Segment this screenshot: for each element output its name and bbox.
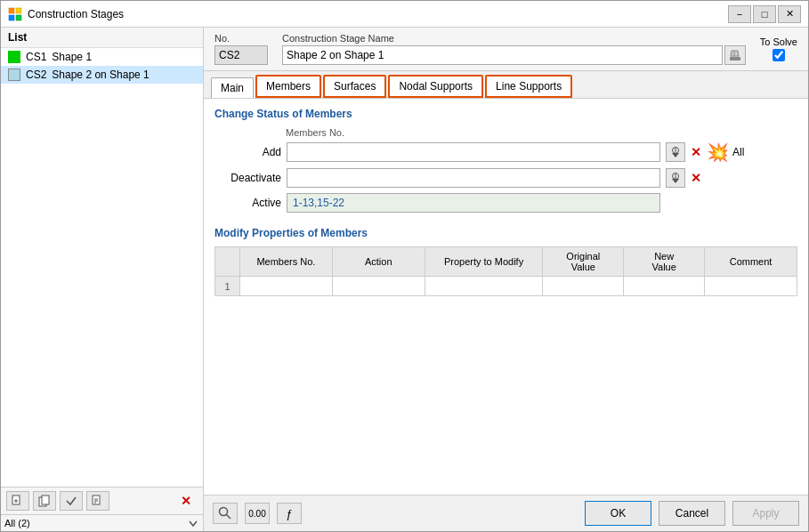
deactivate-input[interactable] xyxy=(287,168,660,188)
row-comment[interactable] xyxy=(705,277,797,296)
change-status-title: Change Status of Members xyxy=(214,108,797,120)
add-input[interactable] xyxy=(287,142,660,162)
tab-members[interactable]: Members xyxy=(255,75,321,98)
row-property[interactable] xyxy=(425,277,543,296)
active-row: Active 1-13,15-22 xyxy=(214,193,797,213)
cs2-name: Shape 2 on Shape 1 xyxy=(52,69,149,81)
cs1-color-box xyxy=(8,51,20,63)
col-header-members-no: Members No. xyxy=(240,247,333,277)
list-copy-button[interactable] xyxy=(33,491,56,511)
add-row: Add ✕ 💥 All xyxy=(214,141,797,163)
stage-no-field: No. xyxy=(214,33,268,65)
to-solve-field: To Solve xyxy=(760,36,797,61)
change-status-section: Change Status of Members Members No. Add… xyxy=(214,108,797,213)
add-label: Add xyxy=(214,146,281,158)
cancel-button[interactable]: Cancel xyxy=(659,501,725,526)
list-all-select-row: All (2) xyxy=(1,514,203,531)
bottom-bar: 0.00 ƒ OK Cancel Apply xyxy=(204,495,808,531)
active-label: Active xyxy=(214,197,281,209)
cs2-color-box xyxy=(8,69,20,81)
stage-no-input[interactable] xyxy=(214,45,268,65)
delete-icon: ✕ xyxy=(181,494,191,508)
list-item-cs2[interactable]: CS2 Shape 2 on Shape 1 xyxy=(1,66,203,84)
list-panel: List CS1 Shape 1 CS2 Shape 2 on Shape 1 xyxy=(1,28,204,531)
row-original-value[interactable] xyxy=(543,277,624,296)
stage-name-input-wrap xyxy=(282,45,746,65)
stage-name-label: Construction Stage Name xyxy=(282,33,746,44)
stage-name-field: Construction Stage Name xyxy=(282,33,746,65)
list-modify-button[interactable] xyxy=(86,491,109,511)
add-clear-icon[interactable]: ✕ xyxy=(691,145,701,159)
formula-label: ƒ xyxy=(286,507,292,520)
explosion-icon: 💥 xyxy=(707,141,729,163)
deactivate-select-button[interactable] xyxy=(666,168,685,188)
cs1-name: Shape 1 xyxy=(52,51,92,63)
active-value: 1-13,15-22 xyxy=(287,193,660,213)
deactivate-clear-icon[interactable]: ✕ xyxy=(691,171,701,185)
window-title: Construction Stages xyxy=(28,8,728,20)
stage-header: No. Construction Stage Name To Solve xyxy=(204,28,808,71)
svg-point-22 xyxy=(220,508,228,516)
tab-bar: Main Members Surfaces Nodal Supports Lin… xyxy=(204,71,808,99)
title-controls: − □ ✕ xyxy=(728,5,801,23)
main-content: List CS1 Shape 1 CS2 Shape 2 on Shape 1 xyxy=(1,28,808,531)
stage-no-label: No. xyxy=(214,33,268,44)
table-row: 1 xyxy=(215,277,797,296)
all-button[interactable]: 💥 All xyxy=(707,141,744,163)
formula-button[interactable]: ƒ xyxy=(277,503,302,524)
to-solve-label: To Solve xyxy=(760,36,797,47)
number-format-label: 0.00 xyxy=(248,509,265,519)
app-icon xyxy=(8,7,22,21)
add-select-button[interactable] xyxy=(666,142,685,162)
row-action[interactable] xyxy=(332,277,425,296)
list-item-cs1[interactable]: CS1 Shape 1 xyxy=(1,48,203,66)
modify-properties-title: Modify Properties of Members xyxy=(214,227,797,239)
tab-content: Change Status of Members Members No. Add… xyxy=(204,99,808,495)
list-items: CS1 Shape 1 CS2 Shape 2 on Shape 1 xyxy=(1,48,203,487)
modify-properties-section: Modify Properties of Members Members No.… xyxy=(214,227,797,296)
minimize-button[interactable]: − xyxy=(728,5,751,23)
title-bar: Construction Stages − □ ✕ xyxy=(1,1,808,28)
row-members-no[interactable] xyxy=(240,277,333,296)
tab-surfaces[interactable]: Surfaces xyxy=(323,75,386,98)
col-header-comment: Comment xyxy=(705,247,797,277)
list-header: List xyxy=(1,28,203,48)
svg-marker-21 xyxy=(672,179,679,183)
row-num: 1 xyxy=(215,277,240,296)
ok-button[interactable]: OK xyxy=(585,501,651,526)
stage-name-input[interactable] xyxy=(282,45,723,65)
svg-marker-14 xyxy=(731,51,739,56)
search-button[interactable] xyxy=(213,503,238,524)
close-button[interactable]: ✕ xyxy=(778,5,801,23)
col-header-original: OriginalValue xyxy=(543,247,624,277)
construction-stages-window: Construction Stages − □ ✕ List CS1 Shape… xyxy=(0,0,809,532)
tab-nodal-supports[interactable]: Nodal Supports xyxy=(388,75,483,98)
svg-rect-2 xyxy=(9,15,14,20)
deactivate-label: Deactivate xyxy=(214,172,281,184)
tab-main[interactable]: Main xyxy=(211,77,254,98)
svg-rect-13 xyxy=(730,57,740,60)
svg-rect-1 xyxy=(16,8,21,13)
svg-rect-3 xyxy=(16,15,21,20)
right-panel: No. Construction Stage Name To Solve xyxy=(204,28,808,531)
number-format-button[interactable]: 0.00 xyxy=(245,503,270,524)
list-check-button[interactable] xyxy=(60,491,83,511)
list-footer-toolbar: ✕ xyxy=(1,487,203,514)
list-delete-button[interactable]: ✕ xyxy=(174,491,198,511)
deactivate-row: Deactivate ✕ xyxy=(214,168,797,188)
list-new-button[interactable] xyxy=(6,491,29,511)
col-header-property: Property to Modify xyxy=(425,247,543,277)
stage-name-edit-button[interactable] xyxy=(724,45,746,65)
members-no-header: Members No. xyxy=(286,127,797,138)
col-header-action: Action xyxy=(332,247,425,277)
maximize-button[interactable]: □ xyxy=(753,5,776,23)
row-new-value[interactable] xyxy=(624,277,705,296)
svg-line-23 xyxy=(227,515,231,520)
apply-button[interactable]: Apply xyxy=(732,501,799,526)
cs2-id: CS2 xyxy=(26,69,46,81)
all-select-label: All (2) xyxy=(4,518,187,528)
all-label: All xyxy=(732,146,744,158)
tab-line-supports[interactable]: Line Supports xyxy=(485,75,572,98)
svg-rect-8 xyxy=(42,496,49,504)
to-solve-checkbox[interactable] xyxy=(773,49,785,61)
